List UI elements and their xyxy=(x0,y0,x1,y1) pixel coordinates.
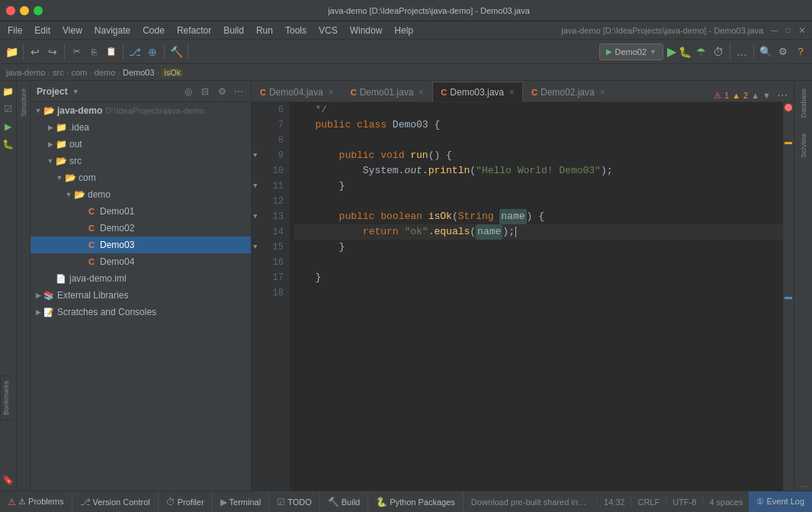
search-everywhere-btn[interactable]: 🔍 xyxy=(757,43,774,60)
fold-icon-11[interactable]: ▼ xyxy=(253,182,257,190)
win-min-btn[interactable]: ─ xyxy=(769,25,780,36)
tree-item-scratches[interactable]: ▶ 📝 Scratches and Consoles xyxy=(30,304,251,320)
close-icon[interactable]: ✕ xyxy=(328,88,334,96)
breadcrumb-project[interactable]: java-demo xyxy=(6,68,45,77)
toolbar-vcs-btn[interactable]: ⎇ xyxy=(127,43,143,60)
tree-item-demo03[interactable]: C Demo03 xyxy=(30,237,251,253)
tree-item-demo02[interactable]: C Demo02 xyxy=(30,220,251,237)
tree-item-demo01[interactable]: C Demo01 xyxy=(30,203,251,220)
debug-button[interactable]: 🐛 xyxy=(679,46,692,58)
profile-button[interactable]: ⏱ xyxy=(710,43,727,60)
menu-item-tools[interactable]: Tools xyxy=(279,24,313,37)
collapse-all-btn[interactable]: ⊟ xyxy=(199,85,211,98)
close-icon[interactable]: ✕ xyxy=(509,88,515,96)
sciview-label[interactable]: SciView xyxy=(800,129,807,163)
breadcrumb-demo[interactable]: demo xyxy=(95,68,116,77)
toolbar-cut-btn[interactable]: ✂ xyxy=(68,43,85,60)
tree-item-out[interactable]: ▶ 📁 out xyxy=(30,136,251,153)
chevron-up-icon[interactable]: ▲ xyxy=(751,91,759,100)
tree-item-iml[interactable]: 📄 java-demo.iml xyxy=(30,270,251,287)
minimize-button[interactable] xyxy=(20,6,29,15)
fold-icon-13[interactable]: ▼ xyxy=(253,213,257,221)
tab-demo01[interactable]: C Demo01.java ✕ xyxy=(342,82,433,101)
build-item[interactable]: 🔨 Build xyxy=(320,491,368,513)
event-log-item[interactable]: ① Event Log xyxy=(749,491,812,513)
toolbar-more-btn[interactable]: … xyxy=(733,43,750,60)
tree-item-demo[interactable]: ▼ 📂 demo xyxy=(30,186,251,203)
fold-icon-9[interactable]: ▼ xyxy=(253,152,257,159)
tree-item-src[interactable]: ▼ 📂 src xyxy=(30,153,251,169)
problems-item[interactable]: ⚠ ⚠ Problems xyxy=(0,491,72,513)
right-sidebar-resize[interactable]: ⋯ xyxy=(796,485,811,488)
settings-btn[interactable]: ⚙ xyxy=(775,43,791,60)
toolbar-copy-btn[interactable]: ⎘ xyxy=(85,43,102,60)
menu-item-help[interactable]: Help xyxy=(388,24,419,37)
position-info[interactable]: 14:32 xyxy=(597,498,631,507)
debug-icon[interactable]: 🐛 xyxy=(1,137,16,152)
menu-item-file[interactable]: File xyxy=(2,24,28,37)
toolbar-undo-btn[interactable]: ↩ xyxy=(27,43,43,60)
database-label[interactable]: Database xyxy=(800,84,807,123)
tab-demo03[interactable]: C Demo03.java ✕ xyxy=(432,82,523,101)
help-btn[interactable]: ? xyxy=(792,43,809,60)
locate-in-project-btn[interactable]: ◎ xyxy=(182,85,194,98)
project-icon[interactable]: 📁 xyxy=(1,84,16,99)
python-packages-item[interactable]: 🐍 Python Packages xyxy=(368,491,464,513)
commit-icon[interactable]: ☑ xyxy=(1,101,16,117)
run-config-selector[interactable]: ▶ Demo02 ▼ xyxy=(599,43,664,60)
menu-item-build[interactable]: Build xyxy=(217,24,250,37)
tab-demo04[interactable]: C Demo04.java ✕ xyxy=(252,82,342,101)
menu-item-refactor[interactable]: Refactor xyxy=(171,24,217,37)
project-settings-btn[interactable]: ⚙ xyxy=(216,85,228,98)
bookmarks-icon[interactable]: 🔖 xyxy=(1,472,16,488)
toolbar-commit-btn[interactable]: ⊕ xyxy=(144,43,161,60)
menu-item-run[interactable]: Run xyxy=(250,24,279,37)
menu-item-view[interactable]: View xyxy=(56,24,88,37)
menu-item-edit[interactable]: Edit xyxy=(28,24,56,37)
fold-icon-15[interactable]: ▼ xyxy=(253,243,257,251)
breadcrumb-com[interactable]: com xyxy=(71,68,87,77)
run-button[interactable]: ▶ xyxy=(667,44,676,59)
toolbar-build-btn[interactable]: 🔨 xyxy=(168,43,185,60)
menu-item-code[interactable]: Code xyxy=(136,24,171,37)
breadcrumb-src[interactable]: src xyxy=(53,68,64,77)
tree-item-external-libs[interactable]: ▶ 📚 External Libraries xyxy=(30,287,251,304)
error-indicator[interactable] xyxy=(785,104,792,111)
coverage-button[interactable]: ☂ xyxy=(692,43,709,60)
close-icon[interactable]: ✕ xyxy=(418,88,424,96)
line-ending-info[interactable]: CRLF xyxy=(631,498,666,507)
tree-item-com[interactable]: ▼ 📂 com xyxy=(30,169,251,186)
menu-item-vcs[interactable]: VCS xyxy=(313,24,344,37)
breadcrumb-demo03[interactable]: Demo03 xyxy=(123,68,155,77)
tree-item-idea[interactable]: ▶ 📁 .idea xyxy=(30,119,251,136)
todo-item[interactable]: ☑ TODO xyxy=(269,491,320,513)
tree-item-java-demo[interactable]: ▼ 📂 java-demo D:\IdeaProjects\java-demo xyxy=(30,102,251,119)
project-panel-more-btn[interactable]: ⋯ xyxy=(233,85,245,98)
encoding-info[interactable]: UTF-8 xyxy=(666,498,702,507)
structure-label[interactable]: Structure xyxy=(20,84,27,121)
toolbar-redo-btn[interactable]: ↪ xyxy=(44,43,61,60)
tab-demo02[interactable]: C Demo02.java ✕ xyxy=(523,82,614,101)
indent-info[interactable]: 4 spaces xyxy=(702,498,749,507)
profiler-item[interactable]: ⏱ Profiler xyxy=(159,491,213,513)
maximize-button[interactable] xyxy=(34,6,43,15)
version-control-item[interactable]: ⎇ Version Control xyxy=(72,491,159,513)
light-bulb-icon[interactable]: 💡 xyxy=(290,224,292,240)
run-icon[interactable]: ▶ xyxy=(1,119,16,134)
bookmarks-side-tab[interactable]: Bookmarks xyxy=(0,375,14,420)
menu-item-navigate[interactable]: Navigate xyxy=(88,24,136,37)
warn-indicator[interactable] xyxy=(785,142,792,144)
toolbar-open-btn[interactable]: 📁 xyxy=(3,43,20,60)
tab-more-btn[interactable]: ⋯ xyxy=(777,89,788,101)
win-close-btn[interactable]: ✕ xyxy=(797,25,807,36)
code-content-area[interactable]: */ public class Demo03 { public void run… xyxy=(290,102,783,491)
win-max-btn[interactable]: □ xyxy=(783,25,794,36)
tree-item-demo04[interactable]: C Demo04 xyxy=(30,253,251,270)
close-button[interactable] xyxy=(6,6,15,15)
toolbar-paste-btn[interactable]: 📋 xyxy=(103,43,120,60)
chevron-down-icon[interactable]: ▼ xyxy=(762,91,771,100)
terminal-item[interactable]: ▶ Terminal xyxy=(213,491,270,513)
close-icon[interactable]: ✕ xyxy=(599,88,605,96)
menu-item-window[interactable]: Window xyxy=(344,24,389,37)
breadcrumb-isok[interactable]: isOk xyxy=(162,68,183,77)
